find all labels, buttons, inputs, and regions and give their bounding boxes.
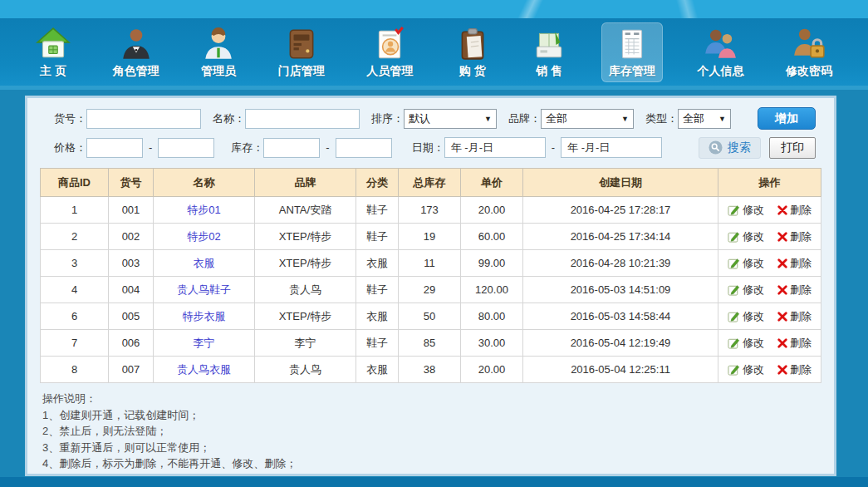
delete-link[interactable]: 删除: [777, 229, 812, 244]
product-name-link[interactable]: 特步衣服: [183, 310, 226, 322]
note-line: 1、创建则开通，记载创建时间；: [42, 407, 834, 424]
price-min-input[interactable]: [86, 138, 143, 158]
cell-category: 鞋子: [356, 277, 399, 303]
name-input[interactable]: [245, 109, 360, 129]
filter-row-1: 货号： 名称： 排序： 默认 ▼ 品牌： 全部 ▼ 类型： 全部 ▼ 增加: [39, 106, 822, 130]
nav-item-admin[interactable]: 管理员: [194, 22, 243, 82]
filter-form: 货号： 名称： 排序： 默认 ▼ 品牌： 全部 ▼ 类型： 全部 ▼ 增加 价格…: [27, 98, 834, 165]
nav-item-staff[interactable]: 人员管理: [359, 22, 420, 82]
print-button[interactable]: 打印: [769, 137, 816, 159]
product-name-link[interactable]: 贵人鸟鞋子: [177, 283, 231, 296]
product-name-link[interactable]: 特步01: [187, 204, 220, 216]
stock-max-input[interactable]: [336, 138, 392, 158]
cell-price: 30.00: [461, 330, 523, 357]
delete-icon: [777, 258, 787, 268]
edit-link[interactable]: 修改: [728, 362, 764, 377]
edit-icon: [728, 363, 740, 376]
sort-select-value: 默认: [409, 111, 430, 126]
delete-link[interactable]: 删除: [777, 203, 812, 218]
store-icon: [284, 27, 319, 61]
edit-link[interactable]: 修改: [728, 336, 764, 351]
add-button[interactable]: 增加: [758, 107, 816, 130]
cell-code: 006: [109, 330, 154, 357]
table-header-row: 商品ID 货号 名称 品牌 分类 总库存 单价 创建日期 操作: [41, 169, 821, 197]
edit-link[interactable]: 修改: [728, 256, 764, 271]
product-name-link[interactable]: 李宁: [194, 337, 215, 349]
delete-icon: [777, 232, 787, 242]
search-icon: [709, 140, 723, 155]
stock-min-input[interactable]: [263, 138, 320, 158]
notes-title: 操作说明：: [42, 391, 834, 407]
delete-link[interactable]: 删除: [777, 336, 812, 351]
col-header-actions: 操作: [718, 169, 821, 197]
product-name-link[interactable]: 贵人鸟衣服: [177, 363, 231, 376]
item-no-input[interactable]: [86, 109, 201, 129]
edit-icon: [728, 204, 740, 216]
main-navbar: 主 页 角色管理 管理员 门店管理: [0, 18, 868, 90]
cell-code: 007: [109, 357, 154, 383]
cell-created: 2016-05-04 12:19:49: [523, 330, 718, 357]
edit-icon: [728, 283, 740, 296]
edit-link[interactable]: 修改: [728, 229, 764, 244]
cell-product-id: 7: [41, 330, 109, 357]
date-from-input[interactable]: 年 -月-日: [444, 137, 546, 158]
nav-item-home[interactable]: 主 页: [28, 22, 78, 82]
edit-link[interactable]: 修改: [728, 283, 764, 298]
nav-item-inventory[interactable]: 库存管理: [601, 22, 663, 82]
stock-range-separator: -: [326, 141, 329, 154]
cell-brand: 李宁: [255, 330, 356, 357]
brand-select[interactable]: 全部 ▼: [541, 109, 634, 129]
delete-link[interactable]: 删除: [777, 283, 812, 298]
delete-icon: [777, 285, 787, 295]
cell-product-id: 2: [41, 224, 109, 250]
edit-icon: [728, 337, 740, 349]
delete-link[interactable]: 删除: [777, 309, 812, 324]
table-row: 7 006 李宁 李宁 鞋子 85 30.00 2016-05-04 12:19…: [41, 330, 821, 357]
date-range-separator: -: [552, 141, 555, 154]
stock-label: 库存：: [231, 140, 263, 155]
item-no-label: 货号：: [54, 111, 86, 126]
product-name-link[interactable]: 衣服: [194, 257, 215, 269]
inventory-icon: [615, 27, 650, 61]
delete-link[interactable]: 删除: [777, 362, 812, 377]
cell-code: 002: [109, 224, 154, 250]
sort-select[interactable]: 默认 ▼: [404, 109, 497, 129]
nav-label: 库存管理: [609, 64, 655, 79]
nav-item-purchase[interactable]: 购 货: [448, 22, 498, 82]
nav-item-stores[interactable]: 门店管理: [271, 22, 332, 82]
col-header-price: 单价: [461, 169, 523, 197]
cell-created: 2016-05-04 12:25:11: [523, 357, 718, 383]
price-max-input[interactable]: [158, 138, 214, 158]
edit-icon: [728, 257, 740, 269]
chevron-down-icon: ▼: [621, 115, 629, 123]
table-row: 6 005 特步衣服 XTEP/特步 衣服 50 80.00 2016-05-0…: [41, 303, 821, 330]
edit-link[interactable]: 修改: [728, 309, 764, 324]
note-line: 2、禁止后，则无法登陆；: [42, 423, 834, 440]
delete-icon: [777, 338, 787, 348]
cell-product-id: 1: [41, 197, 109, 224]
delete-link[interactable]: 删除: [777, 256, 812, 271]
note-line: 3、重新开通后，则可以正常使用；: [42, 440, 834, 456]
product-name-link[interactable]: 特步02: [187, 230, 220, 243]
nav-item-sales[interactable]: 销 售: [524, 22, 574, 82]
cell-price: 60.00: [461, 224, 523, 250]
search-button[interactable]: 搜索: [699, 137, 761, 159]
type-select[interactable]: 全部 ▼: [678, 109, 731, 129]
col-header-brand: 品牌: [255, 169, 356, 197]
date-to-input[interactable]: 年 -月-日: [561, 137, 662, 158]
purchase-icon: [455, 27, 490, 61]
cell-price: 20.00: [461, 197, 523, 224]
brand-label: 品牌：: [508, 111, 541, 126]
cell-category: 衣服: [356, 250, 399, 277]
nav-item-roles[interactable]: 角色管理: [105, 22, 167, 82]
role-icon: [119, 27, 154, 61]
delete-icon: [777, 312, 787, 322]
nav-label: 角色管理: [113, 64, 159, 79]
cell-price: 20.00: [461, 357, 523, 383]
cell-stock: 38: [399, 357, 461, 383]
edit-link[interactable]: 修改: [728, 203, 764, 218]
nav-item-password[interactable]: 修改密码: [778, 22, 840, 82]
cell-category: 衣服: [356, 357, 399, 383]
nav-item-profile[interactable]: 个人信息: [689, 22, 751, 82]
delete-icon: [777, 205, 787, 215]
